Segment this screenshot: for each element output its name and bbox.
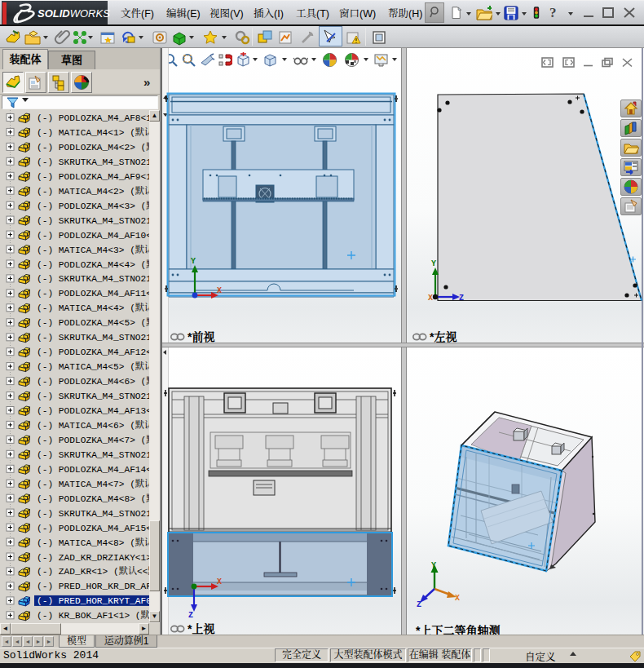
svg-text:(-) SKRUTKA_M4_STNO2114: (-) SKRUTKA_M4_STNO2114	[37, 509, 160, 519]
svg-text:(-) MATICA_M4<5> (默认<: (-) MATICA_M4<5> (默认<	[37, 361, 159, 372]
svg-text:Z: Z	[188, 611, 193, 620]
svg-text:(-) MATICA_M4<8> (默认<: (-) MATICA_M4<8> (默认<	[37, 537, 159, 548]
svg-text:(-) PRED_HOR_KR_DR_AF0<: (-) PRED_HOR_KR_DR_AF0<	[37, 582, 160, 591]
svg-text:(-) PODLOZKA_M4_AF9<1>: (-) PODLOZKA_M4_AF9<1>	[37, 172, 157, 182]
svg-text:(-) PRED_HOR_KRYT_AF0<1: (-) PRED_HOR_KRYT_AF0<1	[37, 596, 160, 606]
svg-text:(-) SKRUTKA_M4_STNO2114: (-) SKRUTKA_M4_STNO2114	[37, 333, 160, 343]
svg-text:Z: Z	[417, 600, 421, 609]
svg-text:(-) PODLOZKA_M4_AF8<1>: (-) PODLOZKA_M4_AF8<1>	[37, 113, 157, 123]
svg-text:(-) SKRUTKA_M4_STNO2114: (-) SKRUTKA_M4_STNO2114	[37, 274, 160, 284]
svg-text:(-) PODLOZKA_M4<6> (默认: (-) PODLOZKA_M4<6> (默认	[37, 375, 160, 387]
svg-text:Y: Y	[431, 561, 436, 570]
svg-text:X: X	[217, 286, 222, 295]
svg-text:(-) SKRUTKA_M4_STNO2114: (-) SKRUTKA_M4_STNO2114	[37, 157, 160, 167]
svg-text:(-) KR_BOK_AF1<1> (默认: (-) KR_BOK_AF1<1> (默认	[37, 609, 159, 621]
svg-text:(-) PODLOZKA_M4_AF15<1>: (-) PODLOZKA_M4_AF15<1>	[37, 524, 160, 533]
svg-text:(-) PODLOZKA_M4_AF13<1>: (-) PODLOZKA_M4_AF13<1>	[37, 406, 160, 416]
svg-text:(-) PODLOZKA_M4<4> (默认: (-) PODLOZKA_M4<4> (默认	[37, 259, 160, 270]
svg-text:(-) MATICA_M4<2> (默认<: (-) MATICA_M4<2> (默认<	[37, 185, 159, 197]
svg-text:(-) PODLOZKA_M4<3> (默认: (-) PODLOZKA_M4<3> (默认	[37, 200, 160, 211]
svg-text:X: X	[455, 594, 460, 603]
svg-text:(-) MATICA_M4<3> (默认<: (-) MATICA_M4<3> (默认<	[37, 244, 159, 255]
svg-text:(-) PODLOZKA_M4_AF10<1>: (-) PODLOZKA_M4_AF10<1>	[37, 231, 160, 241]
svg-text:(-) PODLOZKA_M4<7> (默认: (-) PODLOZKA_M4<7> (默认	[37, 434, 160, 445]
svg-text:Y: Y	[431, 259, 436, 268]
svg-text:X: X	[217, 577, 222, 586]
svg-text:(-) PODLOZKA_M4_AF12<1>: (-) PODLOZKA_M4_AF12<1>	[37, 347, 160, 357]
svg-text:(-) PODLOZKA_M4<8> (默认: (-) PODLOZKA_M4<8> (默认	[37, 493, 160, 504]
svg-text:X: X	[428, 294, 433, 303]
svg-text:(-) MATICA_M4<1> (默认<: (-) MATICA_M4<1> (默认<	[37, 126, 159, 138]
svg-text:(-) MATICA_M4<7> (默认<: (-) MATICA_M4<7> (默认<	[37, 478, 159, 489]
svg-text:(-) SKRUTKA_M4_STNO2114: (-) SKRUTKA_M4_STNO2114	[37, 216, 160, 226]
svg-text:(-) SKRUTKA_M4_STNO2114: (-) SKRUTKA_M4_STNO2114	[37, 450, 160, 460]
svg-text:(-) PODLOZKA_M4_AF14<1>: (-) PODLOZKA_M4_AF14<1>	[37, 465, 160, 475]
svg-text:(-) ZAD_KR<1> (默认<<默: (-) ZAD_KR<1> (默认<<默	[37, 565, 157, 577]
svg-text:(-) SKRUTKA_M4_STNO2114: (-) SKRUTKA_M4_STNO2114	[37, 392, 160, 401]
svg-text:(-) ZAD_KR_DRZIAKY<1> (: (-) ZAD_KR_DRZIAKY<1> (	[37, 553, 160, 563]
svg-text:Z: Z	[459, 294, 464, 303]
svg-text:(-) PODLOZKA_M4_AF11<1>: (-) PODLOZKA_M4_AF11<1>	[37, 289, 160, 299]
svg-text:(-) PODLOZKA_M4<5> (默认: (-) PODLOZKA_M4<5> (默认	[37, 316, 160, 328]
svg-text:(-) PODLOZKA_M4<2> (默认: (-) PODLOZKA_M4<2> (默认	[37, 141, 160, 153]
svg-text:(-) MATICA_M4<4> (默认<: (-) MATICA_M4<4> (默认<	[37, 302, 159, 313]
svg-text:(-) MATICA_M4<6> (默认<: (-) MATICA_M4<6> (默认<	[37, 419, 159, 431]
svg-text:Y: Y	[191, 257, 196, 266]
